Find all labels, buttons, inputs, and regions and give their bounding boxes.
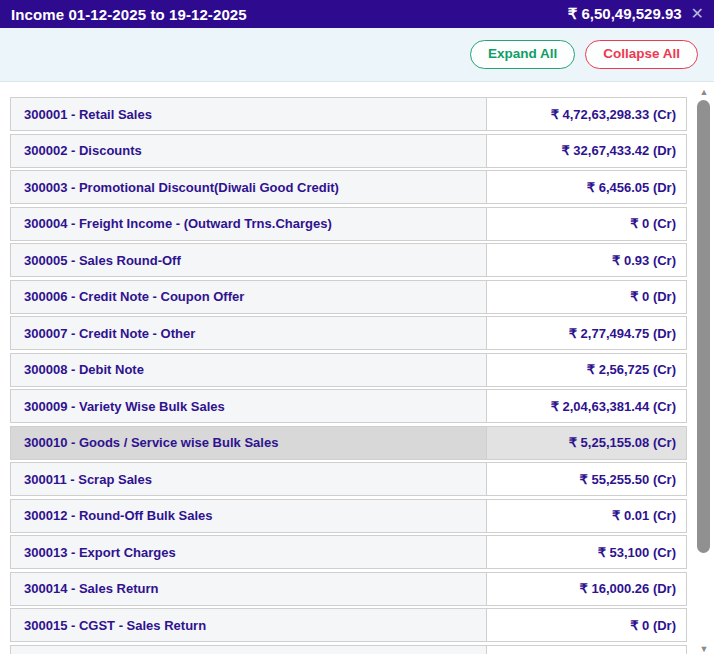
amount-cell: ₹ 16,000.26 (Dr) xyxy=(487,573,686,605)
income-table: 300001 - Retail Sales ₹ 4,72,63,298.33 (… xyxy=(10,97,687,654)
amount-cell: ₹ 5,25,155.08 (Cr) xyxy=(487,427,686,459)
amount-cell: ₹ 55,255.50 (Cr) xyxy=(487,463,686,495)
table-row[interactable]: 300002 - Discounts ₹ 32,67,433.42 (Dr) xyxy=(10,134,687,168)
account-cell: 300015 - CGST - Sales Return xyxy=(11,609,487,641)
table-row[interactable]: 300012 - Round-Off Bulk Sales ₹ 0.01 (Cr… xyxy=(10,499,687,533)
amount-cell xyxy=(487,646,686,654)
table-row[interactable]: 300010 - Goods / Service wise Bulk Sales… xyxy=(10,426,687,460)
amount-cell: ₹ 53,100 (Cr) xyxy=(487,536,686,568)
table-row[interactable]: 300003 - Promotional Discount(Diwali Goo… xyxy=(10,170,687,204)
account-cell: 300008 - Debit Note xyxy=(11,354,487,386)
account-cell xyxy=(11,646,487,654)
account-cell: 300002 - Discounts xyxy=(11,135,487,167)
table-row[interactable]: 300008 - Debit Note ₹ 2,56,725 (Cr) xyxy=(10,353,687,387)
amount-cell: ₹ 2,77,494.75 (Dr) xyxy=(487,317,686,349)
table-row[interactable]: 300001 - Retail Sales ₹ 4,72,63,298.33 (… xyxy=(10,97,687,131)
table-row-partial[interactable] xyxy=(10,645,687,654)
amount-cell: ₹ 0 (Dr) xyxy=(487,609,686,641)
amount-cell: ₹ 0 (Dr) xyxy=(487,281,686,313)
scrollbar-thumb[interactable] xyxy=(697,100,710,553)
table-row[interactable]: 300014 - Sales Return ₹ 16,000.26 (Dr) xyxy=(10,572,687,606)
account-cell: 300009 - Variety Wise Bulk Sales xyxy=(11,390,487,422)
page-title: Income 01-12-2025 to 19-12-2025 xyxy=(11,6,247,23)
amount-cell: ₹ 0.01 (Cr) xyxy=(487,500,686,532)
table-row[interactable]: 300009 - Variety Wise Bulk Sales ₹ 2,04,… xyxy=(10,389,687,423)
amount-cell: ₹ 4,72,63,298.33 (Cr) xyxy=(487,98,686,130)
account-cell: 300011 - Scrap Sales xyxy=(11,463,487,495)
account-cell: 300014 - Sales Return xyxy=(11,573,487,605)
account-cell: 300001 - Retail Sales xyxy=(11,98,487,130)
amount-cell: ₹ 6,456.05 (Dr) xyxy=(487,171,686,203)
close-icon[interactable]: ✕ xyxy=(689,6,706,22)
amount-cell: ₹ 2,56,725 (Cr) xyxy=(487,354,686,386)
table-row[interactable]: 300013 - Export Charges ₹ 53,100 (Cr) xyxy=(10,535,687,569)
scroll-up-icon[interactable]: ▲ xyxy=(700,88,709,97)
header-right-group: ₹ 6,50,49,529.93 ✕ xyxy=(568,5,706,23)
account-cell: 300013 - Export Charges xyxy=(11,536,487,568)
table-row[interactable]: 300004 - Freight Income - (Outward Trns.… xyxy=(10,207,687,241)
account-cell: 300010 - Goods / Service wise Bulk Sales xyxy=(11,427,487,459)
amount-cell: ₹ 0 (Cr) xyxy=(487,208,686,240)
toolbar: Expand All Collapse All xyxy=(0,28,714,82)
income-total: ₹ 6,50,49,529.93 xyxy=(568,5,682,23)
table-row[interactable]: 300006 - Credit Note - Coupon Offer ₹ 0 … xyxy=(10,280,687,314)
account-cell: 300006 - Credit Note - Coupon Offer xyxy=(11,281,487,313)
account-cell: 300007 - Credit Note - Other xyxy=(11,317,487,349)
account-cell: 300005 - Sales Round-Off xyxy=(11,244,487,276)
account-cell: 300003 - Promotional Discount(Diwali Goo… xyxy=(11,171,487,203)
table-row[interactable]: 300011 - Scrap Sales ₹ 55,255.50 (Cr) xyxy=(10,462,687,496)
scroll-down-icon[interactable]: ▼ xyxy=(700,645,709,654)
collapse-all-button[interactable]: Collapse All xyxy=(585,40,698,69)
vertical-scrollbar[interactable]: ▲ ▼ xyxy=(695,85,713,657)
table-row[interactable]: 300005 - Sales Round-Off ₹ 0.93 (Cr) xyxy=(10,243,687,277)
expand-all-button[interactable]: Expand All xyxy=(470,40,575,69)
account-cell: 300004 - Freight Income - (Outward Trns.… xyxy=(11,208,487,240)
amount-cell: ₹ 0.93 (Cr) xyxy=(487,244,686,276)
amount-cell: ₹ 2,04,63,381.44 (Cr) xyxy=(487,390,686,422)
amount-cell: ₹ 32,67,433.42 (Dr) xyxy=(487,135,686,167)
account-cell: 300012 - Round-Off Bulk Sales xyxy=(11,500,487,532)
header-bar: Income 01-12-2025 to 19-12-2025 ₹ 6,50,4… xyxy=(0,0,714,28)
table-row[interactable]: 300007 - Credit Note - Other ₹ 2,77,494.… xyxy=(10,316,687,350)
table-row[interactable]: 300015 - CGST - Sales Return ₹ 0 (Dr) xyxy=(10,608,687,642)
